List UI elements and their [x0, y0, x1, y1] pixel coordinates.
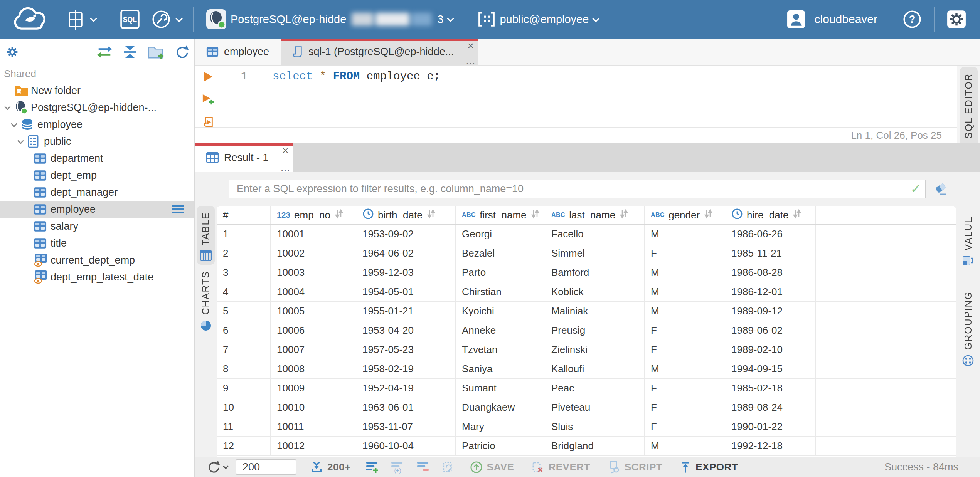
row-number-cell[interactable]: 2 [217, 244, 271, 263]
tab-employee[interactable]: employee [195, 39, 281, 65]
column-header-row-number[interactable]: # [217, 206, 271, 224]
data-cell[interactable]: 10010 [271, 398, 356, 417]
data-cell[interactable]: 1963-06-01 [356, 398, 456, 417]
data-cell[interactable]: 1953-04-20 [356, 321, 456, 340]
data-cell[interactable]: 10011 [271, 417, 356, 436]
add-row-button[interactable] [365, 461, 379, 474]
data-cell[interactable]: 1959-12-03 [356, 263, 456, 282]
row-number-cell[interactable]: 8 [217, 359, 271, 378]
tree-item-postgresql-ep-hidden-[interactable]: PostgreSQL@ep-hidden-... [0, 99, 194, 116]
data-cell[interactable]: Tzvetan [456, 340, 545, 359]
driver-tools-button[interactable] [145, 0, 186, 39]
data-cell[interactable]: M [645, 302, 725, 321]
column-header-emp_no[interactable]: 123emp_no [271, 206, 356, 224]
row-number-cell[interactable]: 1 [217, 225, 271, 244]
tree-item-dept-emp-latest-date[interactable]: dept_emp_latest_date [0, 269, 194, 286]
sort-icon[interactable] [619, 209, 628, 222]
data-cell[interactable]: M [645, 282, 725, 301]
data-cell[interactable]: Saniya [456, 359, 545, 378]
close-tab-icon[interactable]: × [282, 146, 288, 156]
data-cell[interactable]: Sumant [456, 379, 545, 398]
data-cell[interactable]: 1986-08-28 [725, 263, 816, 282]
data-cell[interactable]: F [645, 244, 725, 263]
column-header-last_name[interactable]: ABClast_name [545, 206, 645, 224]
data-cell[interactable]: 1954-05-01 [356, 282, 456, 301]
execute-new-tab-button[interactable] [202, 93, 215, 107]
data-cell[interactable]: 1957-05-23 [356, 340, 456, 359]
tab-result-1[interactable]: Result - 1 × ... [195, 143, 293, 172]
data-cell[interactable]: F [645, 321, 725, 340]
data-cell[interactable]: Preusig [545, 321, 645, 340]
apply-filter-button[interactable]: ✓ [906, 180, 925, 198]
user-menu-button[interactable]: cloudbeaver [781, 0, 883, 39]
row-limit-input[interactable] [236, 459, 296, 475]
data-cell[interactable]: M [645, 263, 725, 282]
data-cell[interactable]: Simmel [545, 244, 645, 263]
help-button[interactable]: ? [897, 0, 927, 39]
data-cell[interactable]: Duangkaew [456, 398, 545, 417]
data-cell[interactable]: 1986-06-26 [725, 225, 816, 244]
data-cell[interactable]: Facello [545, 225, 645, 244]
settings-button[interactable] [941, 0, 972, 39]
data-cell[interactable]: Patricio [456, 437, 545, 455]
data-cell[interactable]: 10006 [271, 321, 356, 340]
data-cell[interactable]: 1986-12-01 [725, 282, 816, 301]
data-cell[interactable]: 1989-09-12 [725, 302, 816, 321]
tree-item-new-folder[interactable]: New folder [0, 82, 194, 99]
tree-item-title[interactable]: title [0, 235, 194, 252]
tree-item-employee[interactable]: employee [0, 116, 194, 133]
data-cell[interactable]: 1952-04-19 [356, 379, 456, 398]
data-cell[interactable]: Parto [456, 263, 545, 282]
column-header-gender[interactable]: ABCgender [645, 206, 725, 224]
column-header-birth_date[interactable]: birth_date [356, 206, 456, 224]
tree-item-department[interactable]: department [0, 150, 194, 167]
schema-selector[interactable]: public@employee [472, 0, 603, 39]
row-number-cell[interactable]: 10 [217, 398, 271, 417]
data-cell[interactable]: 10012 [271, 437, 356, 455]
refresh-results-button[interactable] [206, 460, 227, 474]
row-number-cell[interactable]: 4 [217, 282, 271, 301]
data-cell[interactable]: 1990-01-22 [725, 417, 816, 436]
data-cell[interactable]: Chirstian [456, 282, 545, 301]
data-cell[interactable]: 10007 [271, 340, 356, 359]
sync-connection-icon[interactable] [96, 45, 113, 59]
sort-icon[interactable] [426, 209, 436, 222]
data-cell[interactable]: F [645, 340, 725, 359]
tree-item-dept-emp[interactable]: dept_emp [0, 167, 194, 184]
data-cell[interactable]: 10008 [271, 359, 356, 378]
row-number-cell[interactable]: 11 [217, 417, 271, 436]
data-cell[interactable]: 1964-06-02 [356, 244, 456, 263]
data-cell[interactable]: 1992-12-18 [725, 437, 816, 455]
data-cell[interactable]: 1985-02-18 [725, 379, 816, 398]
column-header-first_name[interactable]: ABCfirst_name [456, 206, 545, 224]
row-number-cell[interactable]: 6 [217, 321, 271, 340]
tree-item-employee[interactable]: employee [0, 201, 194, 218]
tree-item-public[interactable]: public [0, 133, 194, 150]
column-header-hire_date[interactable]: hire_date [725, 206, 816, 224]
expand-chevron-icon[interactable] [16, 139, 27, 144]
data-cell[interactable]: Kyoichi [456, 302, 545, 321]
execute-query-button[interactable] [203, 71, 214, 84]
sort-icon[interactable] [704, 209, 713, 222]
data-cell[interactable]: F [645, 417, 725, 436]
data-cell[interactable]: 1994-09-15 [725, 359, 816, 378]
data-cell[interactable]: 10002 [271, 244, 356, 263]
data-cell[interactable]: Koblick [545, 282, 645, 301]
tab-menu-icon[interactable]: ... [466, 58, 476, 64]
close-tab-icon[interactable]: × [468, 41, 474, 51]
data-cell[interactable]: M [645, 437, 725, 455]
data-cell[interactable]: 10001 [271, 225, 356, 244]
export-button[interactable]: EXPORT [679, 460, 738, 474]
data-cell[interactable]: 10003 [271, 263, 356, 282]
new-folder-icon[interactable] [147, 44, 164, 60]
data-cell[interactable]: 10009 [271, 379, 356, 398]
data-cell[interactable]: Georgi [456, 225, 545, 244]
data-cell[interactable]: Bridgland [545, 437, 645, 455]
data-cell[interactable]: 1989-06-02 [725, 321, 816, 340]
data-cell[interactable]: Mary [456, 417, 545, 436]
data-cell[interactable]: 1989-02-10 [725, 340, 816, 359]
data-cell[interactable]: 1958-02-19 [356, 359, 456, 378]
tree-item-salary[interactable]: salary [0, 218, 194, 235]
data-cell[interactable]: Bezalel [456, 244, 545, 263]
tree-item-dept-manager[interactable]: dept_manager [0, 184, 194, 201]
